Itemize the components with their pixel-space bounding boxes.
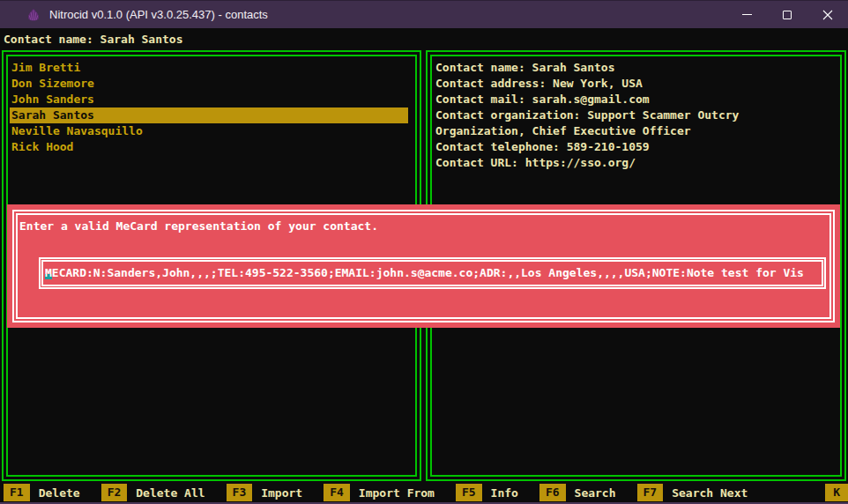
detail-contact-address: Contact address: New York, USA <box>434 76 838 92</box>
minimize-icon <box>742 14 752 15</box>
minimize-button[interactable] <box>726 1 767 29</box>
keybinding-delete-all[interactable]: F2 Delete All <box>101 484 205 501</box>
contact-list-item-neville-navasquillo[interactable]: Neville Navasquillo <box>10 123 408 139</box>
detail-contact-organization: Contact organization: Support Scammer Ou… <box>434 107 838 123</box>
key-label-search: Search <box>575 486 616 500</box>
app-icon <box>26 8 41 22</box>
text-cursor: M <box>45 266 52 279</box>
close-icon <box>822 10 833 20</box>
key-label-delete-all: Delete All <box>136 486 205 500</box>
key-label-search-next: Search Next <box>672 486 748 500</box>
mecard-input-text: MECARD:N:Sanders,John,,,;TEL:495-522-356… <box>45 265 820 281</box>
key-badge-f3: F3 <box>227 484 253 501</box>
keybinding-info[interactable]: F5 Info <box>456 484 518 501</box>
close-button[interactable] <box>807 1 848 29</box>
key-badge-f4: F4 <box>324 484 350 501</box>
contact-details: Contact name: Sarah Santos Contact addre… <box>432 56 840 174</box>
contact-list-item-rick-hood[interactable]: Rick Hood <box>10 139 408 155</box>
key-label-import-from: Import From <box>359 486 435 500</box>
keybinding-import-from[interactable]: F4 Import From <box>324 484 435 501</box>
key-badge-f2: F2 <box>101 484 128 501</box>
mecard-input-field[interactable]: MECARD:N:Sanders,John,,,;TEL:495-522-356… <box>39 257 826 289</box>
contacts-list: Jim Bretti Don Sizemore John Sanders Sar… <box>8 56 415 159</box>
key-badge-f6: F6 <box>539 484 566 501</box>
keybinding-import[interactable]: F3 Import <box>227 484 303 501</box>
contact-list-item-sarah-santos-selected[interactable]: Sarah Santos <box>10 107 408 123</box>
mecard-dialog-border: Enter a valid MeCard representation of y… <box>12 210 835 322</box>
mecard-input-dialog: Enter a valid MeCard representation of y… <box>7 204 840 328</box>
key-badge-f1: F1 <box>4 484 30 501</box>
key-badge-f5: F5 <box>456 484 482 501</box>
maximize-button[interactable] <box>767 1 807 29</box>
detail-contact-mail: Contact mail: sarah.s@gmail.com <box>434 92 838 107</box>
contact-list-item-don-sizemore[interactable]: Don Sizemore <box>10 76 408 92</box>
dialog-prompt: Enter a valid MeCard representation of y… <box>18 219 829 234</box>
status-header: Contact name: Sarah Santos <box>0 28 848 50</box>
maximize-icon <box>783 11 792 19</box>
more-keybindings-badge[interactable]: K <box>825 484 848 501</box>
app-window: Nitrocid v0.1.0 (API v3.0.25.437) - cont… <box>0 0 848 504</box>
window-controls <box>726 1 848 29</box>
detail-contact-organization-wrap: Organization, Chief Executive Officer <box>434 123 838 139</box>
keybinding-search[interactable]: F6 Search <box>539 484 616 501</box>
key-label-delete: Delete <box>39 486 80 500</box>
window-title: Nitrocid v0.1.0 (API v3.0.25.437) - cont… <box>49 8 268 21</box>
key-label-import: Import <box>261 486 302 500</box>
key-label-info: Info <box>491 486 518 500</box>
keybinding-delete[interactable]: F1 Delete <box>4 484 80 501</box>
contact-list-item-jim-bretti[interactable]: Jim Bretti <box>10 60 408 76</box>
detail-contact-url: Contact URL: https://sso.org/ <box>434 155 838 171</box>
key-badge-f7: F7 <box>637 484 664 501</box>
titlebar: Nitrocid v0.1.0 (API v3.0.25.437) - cont… <box>0 0 848 28</box>
keybindings-bar: F1 Delete F2 Delete All F3 Import F4 Imp… <box>0 483 848 504</box>
detail-contact-telephone: Contact telephone: 589-210-1059 <box>434 139 838 155</box>
contact-list-item-john-sanders[interactable]: John Sanders <box>10 92 408 107</box>
detail-contact-name: Contact name: Sarah Santos <box>434 60 838 76</box>
keybinding-search-next[interactable]: F7 Search Next <box>637 484 748 501</box>
